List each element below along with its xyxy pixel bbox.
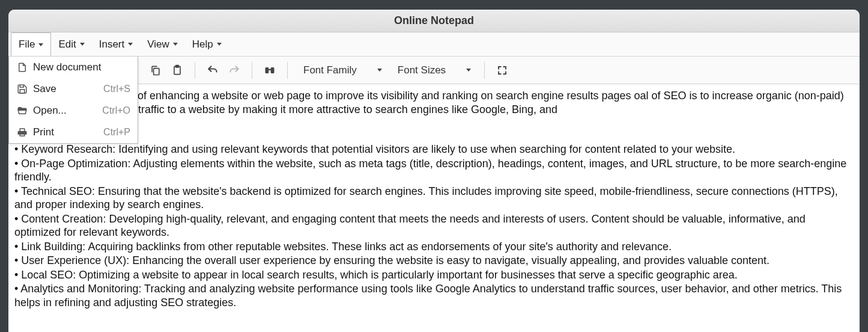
menu-new-document[interactable]: New document: [9, 57, 138, 78]
copy-icon: [150, 64, 162, 76]
menu-file-label: File: [19, 38, 35, 51]
menu-view-label: View: [147, 38, 169, 51]
svg-rect-5: [269, 69, 270, 70]
titlebar: Online Notepad: [8, 10, 860, 32]
toolbar-separator: [252, 62, 252, 79]
bullet-item: • Analytics and Monitoring: Tracking and…: [14, 282, 854, 309]
menu-insert[interactable]: Insert: [92, 32, 141, 56]
file-dropdown: New document Save Ctrl+S Open... Ctrl+O …: [8, 57, 138, 144]
paragraph-intro: tion (SEO) is the process of enhancing a…: [138, 89, 854, 116]
bullet-item: • Link Building: Acquiring backlinks fro…: [14, 240, 854, 254]
find-replace-button[interactable]: [259, 60, 280, 81]
chevron-down-icon: [217, 43, 222, 46]
chevron-down-icon: [38, 43, 43, 46]
save-icon: [16, 83, 28, 95]
new-document-icon: [16, 61, 28, 73]
bullet-item: • On-Page Optimization: Adjusting elemen…: [14, 157, 854, 184]
fullscreen-icon: [497, 65, 508, 76]
svg-rect-2: [176, 65, 179, 67]
chevron-down-icon: [128, 43, 133, 46]
menu-save-label: Save: [33, 83, 103, 95]
menu-open-shortcut: Ctrl+O: [102, 105, 130, 116]
app-title: Online Notepad: [394, 14, 474, 27]
chevron-down-icon: [377, 69, 382, 72]
menu-save[interactable]: Save Ctrl+S: [9, 78, 138, 100]
svg-rect-0: [154, 68, 159, 75]
fullscreen-button[interactable]: [492, 60, 512, 81]
redo-button[interactable]: [224, 60, 244, 81]
menu-print-shortcut: Ctrl+P: [103, 127, 130, 138]
menu-help-label: Help: [192, 38, 213, 51]
menu-print[interactable]: Print Ctrl+P: [9, 121, 138, 143]
menu-file[interactable]: File: [11, 32, 51, 56]
bullet-item: • Technical SEO: Ensuring that the websi…: [14, 185, 854, 212]
font-size-label: Font Sizes: [398, 64, 446, 76]
bullet-item: • Content Creation: Developing high-qual…: [14, 212, 854, 239]
undo-button[interactable]: [202, 60, 223, 81]
menu-insert-label: Insert: [99, 38, 125, 51]
paste-icon: [171, 64, 183, 76]
font-size-select[interactable]: Font Sizes: [389, 60, 477, 81]
paste-button[interactable]: [167, 60, 187, 81]
toolbar-separator: [195, 62, 195, 79]
svg-rect-6: [20, 90, 25, 93]
menu-save-shortcut: Ctrl+S: [103, 84, 130, 94]
chevron-down-icon: [80, 43, 85, 46]
chevron-down-icon: [173, 43, 178, 46]
bullet-item: • User Experience (UX): Enhancing the ov…: [14, 254, 854, 268]
menu-open[interactable]: Open... Ctrl+O: [9, 100, 138, 121]
menubar: File Edit Insert View Help: [8, 32, 860, 57]
binoculars-icon: [264, 64, 276, 76]
toolbar-separator: [484, 62, 485, 79]
bullet-list: • Keyword Research: Identifying and usin…: [14, 143, 854, 309]
bullet-item: • Keyword Research: Identifying and usin…: [14, 143, 854, 156]
redo-icon: [228, 64, 240, 76]
undo-icon: [207, 64, 219, 76]
bullet-item: • Local SEO: Optimizing a website to app…: [14, 268, 854, 282]
menu-edit-label: Edit: [58, 38, 76, 51]
font-family-select[interactable]: Font Family: [295, 60, 388, 81]
menu-new-document-label: New document: [33, 61, 130, 73]
menu-open-label: Open...: [33, 105, 102, 117]
chevron-down-icon: [466, 69, 471, 72]
copy-button[interactable]: [145, 60, 166, 81]
svg-rect-4: [271, 67, 275, 73]
print-icon: [16, 126, 28, 138]
menu-edit[interactable]: Edit: [51, 32, 91, 56]
toolbar-separator: [287, 62, 288, 79]
open-icon: [16, 105, 28, 117]
font-family-label: Font Family: [303, 64, 357, 76]
svg-rect-3: [266, 67, 269, 73]
menu-view[interactable]: View: [140, 32, 185, 56]
menu-help[interactable]: Help: [185, 32, 229, 56]
menu-print-label: Print: [33, 126, 103, 138]
